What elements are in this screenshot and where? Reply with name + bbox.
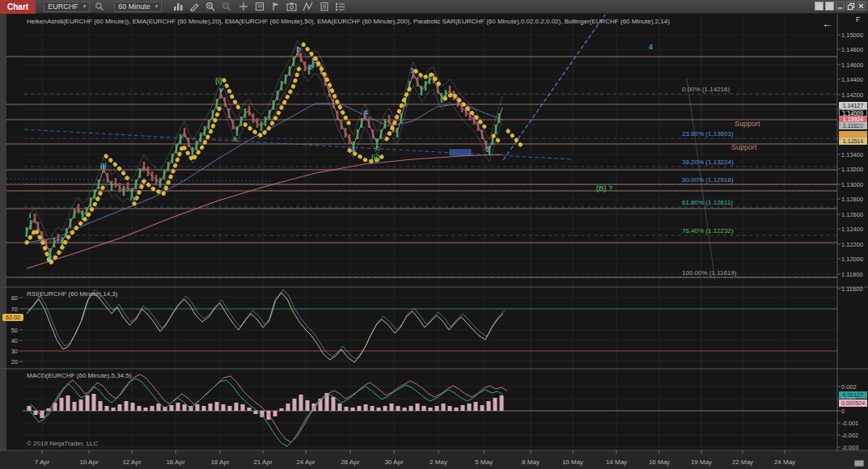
macd-panel[interactable] — [6, 369, 837, 450]
close-button[interactable] — [857, 2, 866, 11]
scroll-left-icon[interactable]: ← — [819, 18, 836, 31]
price-marker-tag: 0.00127 — [839, 391, 867, 399]
panel-blank-button[interactable] — [815, 2, 824, 11]
interval-selector[interactable]: 60 Minute ▾ — [114, 2, 162, 12]
chevron-down-icon: ▾ — [83, 3, 87, 10]
regression-pattern-icon[interactable] — [301, 1, 315, 12]
window-controls — [815, 2, 866, 11]
price-marker-tag: 0.000524 — [839, 399, 867, 407]
window-left-edge — [0, 14, 6, 469]
data-box-icon[interactable] — [252, 1, 266, 12]
price-marker-tag: 1.13514 — [839, 137, 867, 145]
macd-indicator-label: MACD(EURCHF (60 Minute),5,34,5) — [27, 372, 131, 379]
chart-style-icon[interactable] — [171, 1, 185, 12]
zoom-in-icon[interactable] — [204, 1, 218, 12]
alert-flag-icon[interactable] — [269, 1, 282, 12]
axis-corner-label: F — [856, 15, 861, 23]
panel-blank-button[interactable] — [825, 2, 834, 11]
price-marker-tag: 1.13820 — [839, 122, 867, 129]
interval-value: 60 Minute — [118, 2, 150, 11]
instrument-selector[interactable]: EURCHF ▾ — [44, 2, 90, 12]
report-icon[interactable] — [317, 1, 331, 12]
draw-pencil-icon[interactable] — [188, 1, 201, 12]
resize-grip[interactable] — [854, 460, 864, 467]
instrument-value: EURCHF — [48, 2, 78, 11]
chevron-down-icon: ▾ — [155, 3, 159, 10]
search-icon[interactable] — [92, 1, 106, 12]
price-axis[interactable]: 1.141271.140091.139241.138201.135140.001… — [837, 14, 868, 450]
tab-chart[interactable]: Chart — [0, 0, 36, 14]
snapshot-icon[interactable] — [285, 1, 299, 12]
rsi-indicator-label: RSI(EURCHF (60 Minute),14,3) — [27, 290, 117, 298]
restore-button[interactable] — [846, 2, 855, 11]
rsi-panel[interactable] — [6, 287, 837, 369]
crosshair-icon[interactable] — [236, 1, 250, 12]
price-marker-tag: 1.14127 — [839, 102, 867, 109]
toolbar: Chart EURCHF ▾ 60 Minute ▾ — [0, 0, 868, 14]
time-axis[interactable] — [0, 450, 868, 469]
indicator-label: HeikenAshi8(EURCHF (60 Minute)), EMA(EUR… — [27, 18, 670, 25]
zoom-out-icon[interactable] — [220, 1, 234, 12]
copyright-label: © 2019 NinjaTrader, LLC — [27, 440, 98, 447]
price-panel[interactable] — [6, 14, 837, 287]
properties-list-icon[interactable] — [333, 1, 347, 12]
minimize-button[interactable] — [836, 2, 845, 11]
